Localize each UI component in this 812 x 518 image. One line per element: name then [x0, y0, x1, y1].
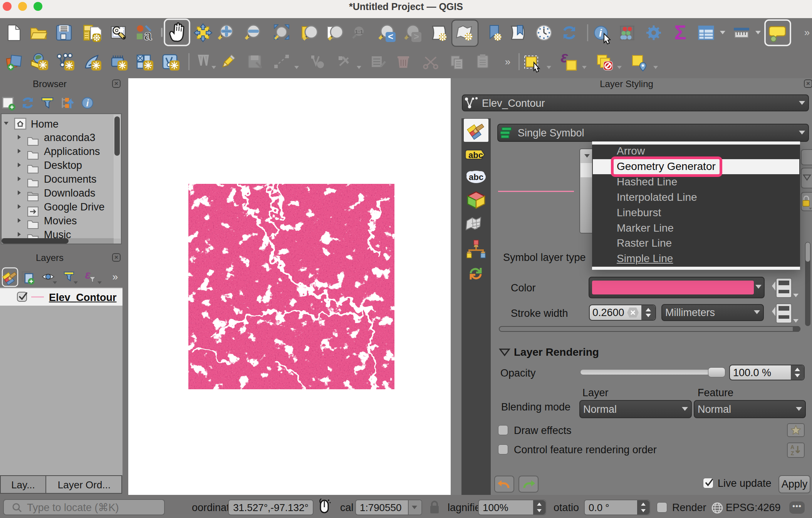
svg-text:»: »: [804, 27, 810, 38]
svg-text:Movies: Movies: [44, 215, 77, 227]
svg-text:Home: Home: [31, 118, 59, 130]
svg-text:Google Drive: Google Drive: [44, 201, 105, 213]
svg-text:>: >: [414, 31, 419, 42]
svg-text:ε: ε: [85, 268, 91, 281]
svg-text:Applications: Applications: [44, 146, 100, 157]
svg-text:»: »: [112, 271, 118, 283]
svg-text:abc: abc: [468, 150, 483, 160]
svg-text:»: »: [505, 56, 510, 67]
svg-text:Documents: Documents: [44, 173, 97, 185]
svg-text:1:1: 1:1: [355, 29, 363, 35]
svg-text:Σ: Σ: [674, 21, 686, 44]
svg-text:Z: Z: [791, 450, 794, 456]
svg-text:a: a: [144, 27, 152, 43]
svg-text:i: i: [599, 27, 602, 39]
svg-text:A: A: [790, 444, 794, 450]
svg-text:Desktop: Desktop: [44, 160, 82, 171]
svg-text:abc: abc: [469, 172, 483, 182]
svg-text:Downloads: Downloads: [44, 187, 96, 199]
svg-text:<: <: [388, 31, 393, 42]
svg-text:anaconda3: anaconda3: [44, 132, 96, 143]
